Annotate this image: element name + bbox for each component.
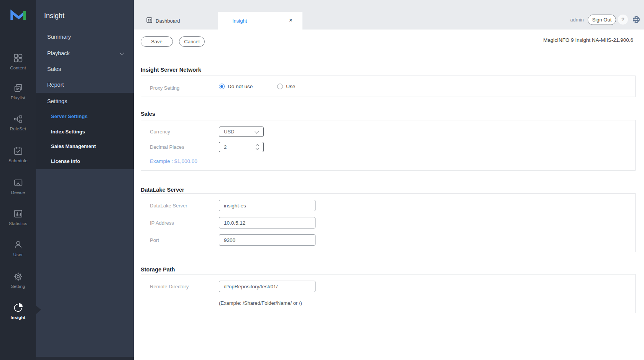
section-title-sales: Sales — [141, 111, 155, 117]
username-label: admin — [570, 17, 584, 23]
rail-item-schedule[interactable]: Schedule — [0, 146, 36, 163]
proxy-setting-label: Proxy Setting — [150, 85, 179, 91]
chevron-down-icon — [255, 129, 259, 133]
rail-item-user[interactable]: User — [0, 240, 36, 257]
sidebar-item-sales[interactable]: Sales — [47, 66, 61, 72]
tab-dashboard[interactable]: Dashboard — [134, 12, 218, 30]
remote-directory-label: Remote Directory — [150, 284, 189, 289]
rail-label: Device — [0, 190, 36, 195]
remote-directory-input[interactable] — [219, 281, 315, 292]
currency-select[interactable]: USD — [219, 127, 264, 137]
ruleset-icon — [13, 114, 23, 124]
rail-label: Playlist — [0, 95, 36, 100]
dashboard-grid-icon — [146, 17, 152, 24]
currency-label: Currency — [150, 129, 170, 135]
cancel-button[interactable]: Cancel — [179, 36, 205, 47]
stepper-down-icon[interactable] — [256, 146, 260, 150]
tab-label: Insight — [232, 18, 247, 24]
sidebar-item-index-settings[interactable]: Index Settings — [51, 129, 85, 135]
app-rail: Content Playlist RuleSet Schedule — [0, 0, 36, 360]
sidebar-bottom-strip — [36, 357, 134, 360]
globe-icon[interactable] — [632, 16, 640, 23]
currency-example-text: Example : $1,000.00 — [150, 158, 197, 164]
network-panel: Proxy Setting Do not use Use — [141, 76, 636, 97]
close-icon[interactable]: × — [289, 17, 292, 23]
port-input[interactable] — [219, 234, 315, 246]
rail-label: Statistics — [0, 221, 36, 226]
rail-item-statistics[interactable]: Statistics — [0, 209, 36, 226]
rail-label: Content — [0, 66, 36, 70]
sidebar-item-license-info[interactable]: License Info — [51, 158, 80, 164]
radio-do-not-use[interactable] — [219, 84, 225, 89]
sidebar-item-server-settings[interactable]: Server Settings — [51, 113, 87, 119]
rail-label: User — [0, 252, 36, 257]
decimal-places-value: 2 — [224, 144, 227, 150]
proxy-radio-group: Do not use Use — [219, 84, 295, 89]
playlist-icon — [13, 83, 23, 93]
rail-item-insight[interactable]: Insight — [0, 302, 36, 320]
version-label: MagicINFO 9 Insight NA-MIIS-21.900.6 — [543, 37, 633, 43]
sign-out-button[interactable]: Sign Out — [588, 15, 616, 25]
section-title-network: Insight Server Network — [141, 67, 201, 73]
datalake-server-input[interactable] — [219, 200, 315, 211]
chevron-down-icon[interactable] — [120, 51, 124, 55]
remote-directory-hint: (Example: /Shared/Folder/Name/ or /) — [219, 300, 302, 306]
setting-gear-icon — [13, 271, 23, 282]
section-title-datalake: DataLake Server — [141, 187, 184, 193]
schedule-icon — [13, 146, 23, 156]
storage-panel: Remote Directory (Example: /Shared/Folde… — [141, 274, 636, 313]
user-icon — [13, 240, 23, 250]
server-settings-page: Save Cancel MagicINFO 9 Insight NA-MIIS-… — [134, 30, 644, 360]
decimal-places-stepper[interactable]: 2 — [219, 142, 264, 152]
datalake-panel: DataLake Server IP Address Port — [141, 193, 636, 252]
active-rail-notch — [36, 306, 41, 314]
rail-item-playlist[interactable]: Playlist — [0, 83, 36, 100]
sidebar-title: Insight — [44, 12, 64, 20]
sidebar-item-playback[interactable]: Playback — [47, 50, 70, 56]
rail-label: Setting — [0, 284, 36, 289]
top-bar: Dashboard Insight × admin Sign Out ? — [134, 0, 644, 30]
save-button[interactable]: Save — [141, 36, 173, 47]
section-title-storage: Storage Path — [141, 266, 175, 273]
sidebar-item-report[interactable]: Report — [47, 82, 64, 88]
datalake-server-label: DataLake Server — [150, 203, 187, 209]
magicinfo-logo-icon[interactable] — [9, 8, 27, 22]
sidebar-item-settings[interactable]: Settings — [47, 98, 67, 104]
rail-item-content[interactable]: Content — [0, 53, 36, 70]
currency-value: USD — [224, 129, 234, 135]
tab-insight[interactable]: Insight × — [218, 12, 302, 30]
sidebar-item-sales-management[interactable]: Sales Management — [51, 143, 96, 149]
statistics-icon — [13, 209, 23, 219]
radio-use[interactable] — [277, 84, 283, 89]
tab-label: Dashboard — [156, 18, 180, 24]
ip-address-input[interactable] — [219, 217, 315, 228]
ip-address-label: IP Address — [150, 220, 174, 226]
toolbar-divider — [141, 55, 636, 55]
radio-label: Use — [286, 84, 295, 89]
device-icon — [13, 178, 23, 188]
rail-label: Schedule — [0, 158, 36, 163]
insight-sidebar: Insight Summary Playback Sales Report Se… — [36, 0, 134, 360]
sales-panel: Currency USD Decimal Places 2 Example : … — [141, 120, 636, 171]
port-label: Port — [150, 237, 159, 243]
rail-item-device[interactable]: Device — [0, 178, 36, 195]
sidebar-item-summary[interactable]: Summary — [47, 34, 71, 40]
rail-label: RuleSet — [0, 127, 36, 131]
rail-item-ruleset[interactable]: RuleSet — [0, 114, 36, 131]
rail-label: Insight — [0, 315, 36, 320]
help-button[interactable]: ? — [618, 15, 628, 25]
radio-label: Do not use — [228, 84, 253, 89]
rail-item-setting[interactable]: Setting — [0, 271, 36, 289]
decimal-places-label: Decimal Places — [150, 144, 184, 150]
insight-pie-icon — [13, 302, 23, 313]
content-icon — [13, 53, 23, 63]
